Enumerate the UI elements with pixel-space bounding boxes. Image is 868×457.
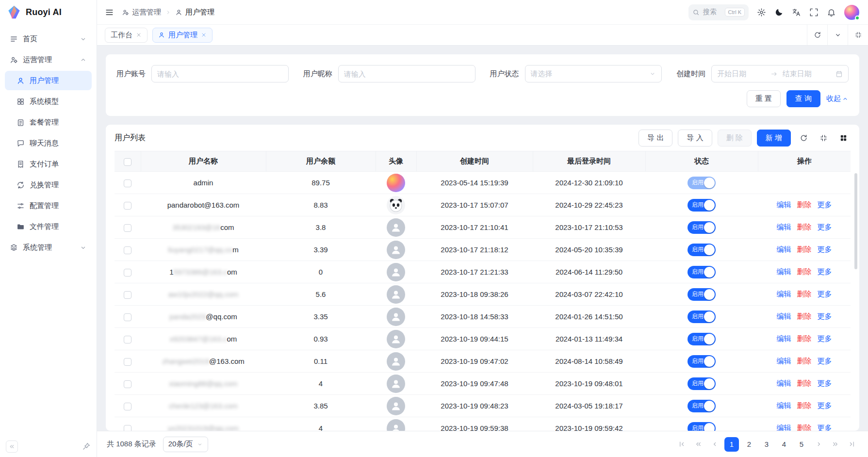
tab-workbench[interactable]: 工作台 [105,28,147,43]
edit-link[interactable]: 编辑 [777,267,791,276]
page-size-select[interactable]: 20条/页 [163,437,208,452]
row-checkbox[interactable] [124,336,131,343]
status-toggle[interactable]: 启用 [688,377,716,390]
dark-mode-moon-icon[interactable] [774,8,784,17]
edit-link[interactable]: 编辑 [777,401,791,409]
jump-forward-button[interactable] [828,438,842,451]
more-link[interactable]: 更多 [818,200,832,209]
more-link[interactable]: 更多 [818,357,832,365]
delete-button[interactable]: 删 除 [718,130,752,147]
row-checkbox[interactable] [124,403,131,410]
sidebar-group-system[interactable]: 系统管理 [5,238,92,257]
status-toggle[interactable]: 启用 [688,199,716,212]
edit-link[interactable]: 编辑 [777,357,791,365]
import-button[interactable]: 导 入 [678,130,712,147]
status-toggle[interactable]: 启用 [688,288,716,301]
delete-link[interactable]: 删除 [797,267,812,276]
edit-link[interactable]: 编辑 [777,200,791,209]
sidebar-item-model[interactable]: 系统模型 [5,92,92,111]
page-button-1[interactable]: 1 [724,437,739,452]
edit-link[interactable]: 编辑 [777,424,791,431]
notifications-bell-icon[interactable] [827,8,836,17]
page-button-2[interactable]: 2 [742,437,756,452]
more-link[interactable]: 更多 [818,424,832,431]
sidebar-collapse-button[interactable] [6,441,18,453]
hamburger-menu-icon[interactable] [105,8,114,17]
search-button[interactable]: 查 询 [786,90,820,107]
delete-link[interactable]: 删除 [797,290,812,298]
edit-link[interactable]: 编辑 [777,223,791,231]
next-page-button[interactable] [812,438,825,451]
delete-link[interactable]: 删除 [797,379,812,387]
sidebar-item-chat[interactable]: 聊天消息 [5,133,92,153]
status-toggle[interactable]: 启用 [688,400,716,412]
select-all-checkbox[interactable] [124,158,131,166]
sidebar-item-package[interactable]: 套餐管理 [5,113,92,132]
row-checkbox[interactable] [124,246,131,254]
edit-link[interactable]: 编辑 [777,245,791,253]
add-button[interactable]: 新 增 [757,130,791,147]
jump-back-button[interactable] [691,438,705,451]
status-toggle[interactable]: 启用 [688,333,716,345]
breadcrumb-parent[interactable]: 运营管理 [122,8,161,17]
more-link[interactable]: 更多 [818,267,832,276]
status-toggle[interactable]: 启用 [688,177,716,189]
reset-button[interactable]: 重 置 [747,90,781,107]
delete-link[interactable]: 删除 [797,357,812,365]
fullscreen-table-icon[interactable] [816,131,831,145]
delete-link[interactable]: 删除 [797,200,812,209]
sidebar-item-config[interactable]: 配置管理 [5,196,92,215]
created-date-range-picker[interactable]: 开始日期 结束日期 [711,65,849,82]
page-button-5[interactable]: 5 [794,437,809,452]
table-scrollbar[interactable] [854,173,857,269]
last-page-button[interactable] [845,438,858,451]
page-button-3[interactable]: 3 [759,437,774,452]
close-icon[interactable] [136,32,142,38]
more-link[interactable]: 更多 [818,223,832,231]
edit-link[interactable]: 编辑 [777,312,791,320]
delete-link[interactable]: 删除 [797,334,812,343]
translate-icon[interactable] [792,8,801,17]
pin-icon[interactable] [82,442,91,451]
account-input[interactable] [157,70,283,78]
user-avatar-menu[interactable] [844,5,859,20]
collapse-filter-link[interactable]: 收起 [826,94,849,103]
row-checkbox[interactable] [124,380,131,388]
global-search[interactable]: 搜索 Ctrl K [688,4,749,20]
row-checkbox[interactable] [124,425,131,431]
row-checkbox[interactable] [124,358,131,366]
tab-user-management[interactable]: 用户管理 [152,28,213,43]
status-toggle[interactable]: 启用 [688,266,716,278]
row-checkbox[interactable] [124,180,131,187]
sidebar-item-folder[interactable]: 文件管理 [5,217,92,236]
more-link[interactable]: 更多 [818,379,832,387]
more-link[interactable]: 更多 [818,245,832,253]
sidebar-item-order[interactable]: 支付订单 [5,154,92,174]
row-checkbox[interactable] [124,313,131,321]
export-button[interactable]: 导 出 [639,130,672,147]
row-checkbox[interactable] [124,269,131,277]
refresh-table-icon[interactable] [796,131,811,145]
status-toggle[interactable]: 启用 [688,355,716,368]
sidebar-item-user[interactable]: 用户管理 [5,71,92,90]
edit-link[interactable]: 编辑 [777,290,791,298]
delete-link[interactable]: 删除 [797,424,812,431]
sidebar-group-operations[interactable]: 运营管理 [5,50,92,69]
prev-page-button[interactable] [708,438,721,451]
edit-link[interactable]: 编辑 [777,379,791,387]
maximize-content-icon[interactable] [848,25,868,45]
nickname-input[interactable] [344,70,470,78]
first-page-button[interactable] [675,438,688,451]
sidebar-group-home[interactable]: 首页 [5,29,92,49]
delete-link[interactable]: 删除 [797,245,812,253]
delete-link[interactable]: 删除 [797,223,812,231]
page-button-4[interactable]: 4 [777,437,791,452]
status-toggle[interactable]: 启用 [688,310,716,323]
row-checkbox[interactable] [124,202,131,210]
refresh-tab-icon[interactable] [807,25,827,45]
delete-link[interactable]: 删除 [797,401,812,409]
user-status-select[interactable]: 请选择 [525,65,662,82]
row-checkbox[interactable] [124,291,131,299]
more-link[interactable]: 更多 [818,290,832,298]
chevron-down-icon[interactable] [827,25,848,45]
